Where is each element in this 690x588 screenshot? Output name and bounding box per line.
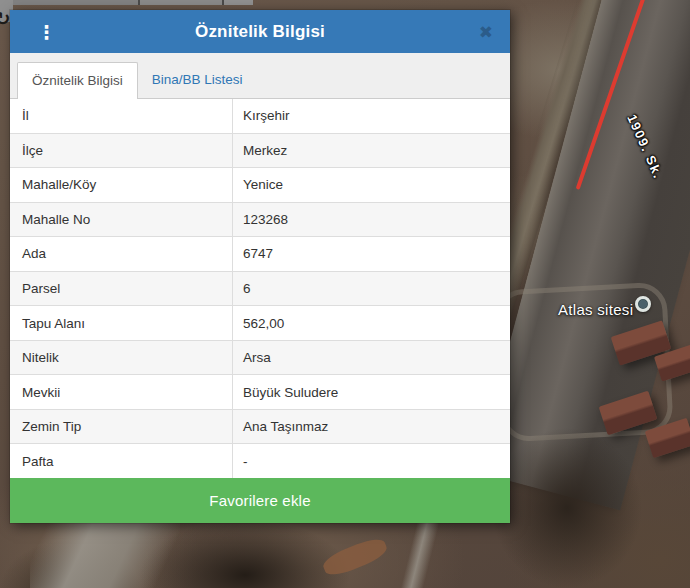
attribute-value: Yenice bbox=[233, 168, 510, 202]
attribute-label: İlçe bbox=[10, 134, 233, 168]
table-row: Nitelik Arsa bbox=[10, 341, 510, 376]
attribute-label: Nitelik bbox=[10, 341, 233, 375]
map-vegetation-patch bbox=[492, 428, 642, 588]
add-to-favorites-button[interactable]: Favorilere ekle bbox=[10, 478, 510, 523]
table-row: Mahalle No 123268 bbox=[10, 203, 510, 238]
table-row: Ada 6747 bbox=[10, 237, 510, 272]
attribute-label: Mevkii bbox=[10, 375, 233, 409]
place-marker-icon[interactable] bbox=[635, 296, 651, 312]
table-row: Parsel 6 bbox=[10, 272, 510, 307]
tabbar: Öznitelik Bilgisi Bina/BB Listesi bbox=[10, 53, 510, 99]
close-icon[interactable]: ✖ bbox=[474, 20, 498, 43]
attribute-label: Mahalle No bbox=[10, 203, 233, 237]
background-toolbar bbox=[0, 0, 253, 5]
attribute-label: Mahalle/Köy bbox=[10, 168, 233, 202]
attribute-value: Merkez bbox=[233, 134, 510, 168]
table-row: Pafta - bbox=[10, 444, 510, 478]
attribute-label: Zemin Tip bbox=[10, 410, 233, 444]
attribute-label: Ada bbox=[10, 237, 233, 271]
attribute-value: Ana Taşınmaz bbox=[233, 410, 510, 444]
attribute-info-popup: ⋮ Öznitelik Bilgisi ✖ Öznitelik Bilgisi … bbox=[10, 10, 510, 523]
tab-bina-bb-listesi[interactable]: Bina/BB Listesi bbox=[138, 62, 257, 98]
map-road bbox=[399, 519, 440, 588]
attribute-label: Parsel bbox=[10, 272, 233, 306]
place-label: Atlas sitesi bbox=[558, 301, 633, 318]
attribute-label: Tapu Alanı bbox=[10, 306, 233, 340]
attribute-label: Pafta bbox=[10, 444, 233, 478]
table-row: Tapu Alanı 562,00 bbox=[10, 306, 510, 341]
attribute-value: 6747 bbox=[233, 237, 510, 271]
attribute-table: İl Kırşehir İlçe Merkez Mahalle/Köy Yeni… bbox=[10, 99, 510, 478]
popup-title: Öznitelik Bilgisi bbox=[10, 21, 510, 41]
map-road bbox=[30, 522, 180, 588]
table-row: Zemin Tip Ana Taşınmaz bbox=[10, 410, 510, 445]
attribute-value: Arsa bbox=[233, 341, 510, 375]
attribute-value: 123268 bbox=[233, 203, 510, 237]
table-row: İl Kırşehir bbox=[10, 99, 510, 134]
attribute-value: 562,00 bbox=[233, 306, 510, 340]
attribute-value: - bbox=[233, 444, 510, 478]
tab-oznitelik-bilgisi[interactable]: Öznitelik Bilgisi bbox=[17, 62, 138, 99]
table-row: Mevkii Büyük Suludere bbox=[10, 375, 510, 410]
popup-header: ⋮ Öznitelik Bilgisi ✖ bbox=[10, 10, 510, 53]
attribute-value: Büyük Suludere bbox=[233, 375, 510, 409]
table-row: İlçe Merkez bbox=[10, 134, 510, 169]
table-row: Mahalle/Köy Yenice bbox=[10, 168, 510, 203]
attribute-value: Kırşehir bbox=[233, 99, 510, 133]
app-window: 1909. Sk. Atlas sitesi ↻ ⋮ Öznitelik Bil… bbox=[0, 0, 690, 588]
attribute-value: 6 bbox=[233, 272, 510, 306]
attribute-label: İl bbox=[10, 99, 233, 133]
